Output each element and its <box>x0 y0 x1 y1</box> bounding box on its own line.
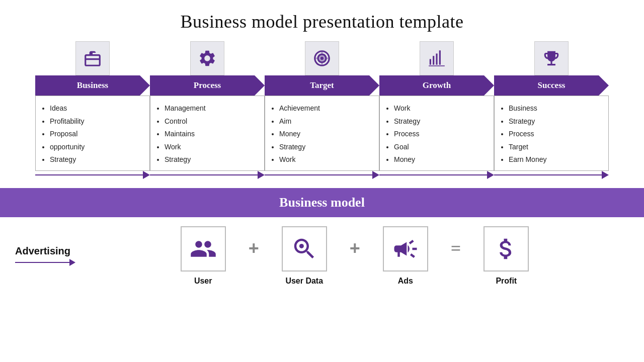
userdata-label: User Data <box>285 277 323 286</box>
arrow-block-business: Business Ideas Profitability Proposal op… <box>35 41 150 179</box>
page-title: Business model presentation template <box>0 0 644 41</box>
target-arrow <box>265 171 379 179</box>
list-item: Strategy <box>279 141 372 153</box>
ads-icon-box <box>383 226 428 272</box>
arrow-block-success: Success Business Strategy Process Target… <box>494 41 609 179</box>
arrow-tip <box>602 171 609 179</box>
chart-icon <box>427 49 446 68</box>
arrow-block-target: Target Achievement Aim Money Strategy Wo… <box>265 41 379 179</box>
growth-arrow <box>379 171 494 179</box>
arrow-block-growth: Growth Work Strategy Process Goal Money <box>379 41 494 179</box>
svg-point-0 <box>299 243 304 248</box>
process-arrow <box>150 171 265 179</box>
list-item: Management <box>165 102 257 115</box>
adv-arrow-tip <box>69 259 75 266</box>
trophy-icon <box>542 49 561 68</box>
megaphone-icon <box>392 235 419 262</box>
list-item: Proposal <box>50 128 142 140</box>
growth-icon-box <box>420 41 454 75</box>
arrow-blocks-container: Business Ideas Profitability Proposal op… <box>0 41 644 179</box>
arrow-line <box>150 174 258 175</box>
list-item: Control <box>165 115 257 128</box>
list-item: Achievement <box>279 102 372 115</box>
business-header: Business <box>35 75 150 96</box>
bottom-item-profit: Profit <box>466 226 546 286</box>
ads-label: Ads <box>398 277 413 286</box>
success-arrow <box>494 171 609 179</box>
user-icon-box <box>181 226 226 272</box>
profit-label: Profit <box>496 277 517 286</box>
advertising-text: Advertising <box>15 245 70 257</box>
arrow-block-process: Process Management Control Maintains Wor… <box>150 41 265 179</box>
arrow-line <box>35 174 143 175</box>
list-item: opportunity <box>50 141 142 153</box>
arrow-line <box>379 174 487 175</box>
list-item: Money <box>279 128 372 140</box>
plus-operator-2: + <box>350 238 360 259</box>
process-icon-box <box>190 41 224 75</box>
list-item: Strategy <box>165 153 257 166</box>
arrow-tip <box>143 171 150 179</box>
users-icon <box>190 235 217 262</box>
list-item: Strategy <box>50 153 142 166</box>
adv-arrow-line <box>15 262 69 263</box>
bottom-item-user: User <box>163 226 244 286</box>
arrow-tip <box>372 171 379 179</box>
plus-operator-1: + <box>249 238 259 259</box>
arrow-line <box>494 174 602 175</box>
gear-icon <box>198 49 217 68</box>
list-item: Ideas <box>50 102 142 115</box>
equals-operator: = <box>451 238 461 259</box>
user-label: User <box>194 277 212 286</box>
list-item: Work <box>279 153 372 166</box>
arrow-tip <box>258 171 265 179</box>
arrow-tip <box>487 171 494 179</box>
business-content: Ideas Profitability Proposal opportunity… <box>35 96 150 171</box>
growth-header: Growth <box>379 75 494 96</box>
target-icon <box>312 49 332 68</box>
list-item: Earn Money <box>509 153 601 166</box>
list-item: Business <box>509 102 601 115</box>
process-header: Process <box>150 75 265 96</box>
bottom-item-ads: Ads <box>365 226 446 286</box>
profit-icon-box <box>484 226 529 272</box>
list-item: Target <box>509 141 601 153</box>
target-content: Achievement Aim Money Strategy Work <box>265 96 379 171</box>
list-item: Work <box>165 141 257 153</box>
list-item: Work <box>394 102 487 115</box>
list-item: Maintains <box>165 128 257 140</box>
list-item: Process <box>509 128 601 140</box>
bottom-item-userdata: User Data <box>264 226 345 286</box>
growth-content: Work Strategy Process Goal Money <box>379 96 494 171</box>
arrow-line <box>265 174 372 175</box>
bottom-section: Advertising User + User Data <box>0 217 644 286</box>
list-item: Process <box>394 128 487 140</box>
target-header: Target <box>265 75 379 96</box>
money-icon <box>493 235 520 262</box>
business-icon-box <box>75 41 110 75</box>
list-item: Strategy <box>509 115 601 128</box>
userdata-icon-box <box>282 226 327 272</box>
list-item: Goal <box>394 141 487 153</box>
success-header: Success <box>494 75 609 96</box>
briefcase-icon <box>83 49 102 68</box>
list-item: Aim <box>279 115 372 128</box>
success-content: Business Strategy Process Target Earn Mo… <box>494 96 609 171</box>
advertising-label-container: Advertising <box>15 245 80 266</box>
list-item: Money <box>394 153 487 166</box>
target-icon-box <box>305 41 339 75</box>
advertising-arrow <box>15 259 75 266</box>
business-model-banner: Business model <box>0 188 644 217</box>
process-content: Management Control Maintains Work Strate… <box>150 96 265 171</box>
business-arrow <box>35 171 150 179</box>
list-item: Profitability <box>50 115 142 128</box>
success-icon-box <box>534 41 569 75</box>
bottom-items-container: User + User Data + Ads = <box>80 226 629 286</box>
search-users-icon <box>291 235 318 262</box>
list-item: Strategy <box>394 115 487 128</box>
